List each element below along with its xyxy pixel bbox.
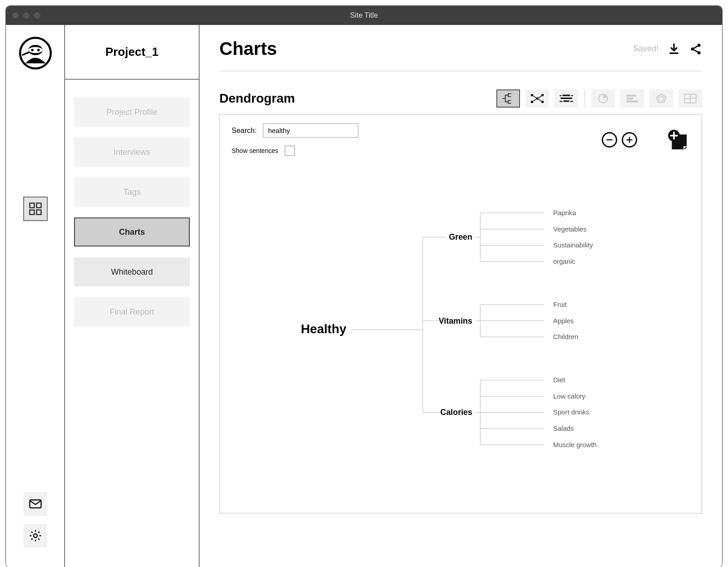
svg-line-16	[694, 46, 698, 48]
download-icon	[668, 43, 680, 55]
chart-controls: Search: Show sentences	[232, 123, 690, 156]
svg-point-3	[31, 49, 34, 51]
saved-status: Saved!	[633, 44, 659, 54]
plus-icon	[626, 136, 633, 143]
treemap-icon	[683, 93, 698, 104]
chart-type-selector	[496, 89, 702, 108]
chart-type-stream[interactable]	[555, 89, 578, 108]
nav-item-tags[interactable]: Tags	[74, 177, 190, 207]
left-rail	[6, 25, 65, 567]
svg-rect-29	[571, 95, 573, 96]
dendrogram-canvas[interactable]: HealthyGreenPaprikaVegetablesSustainabil…	[288, 192, 693, 504]
show-sentences-label: Show sentences	[232, 147, 278, 154]
nav-item-whiteboard[interactable]: Whiteboard	[74, 257, 190, 286]
svg-rect-9	[36, 210, 41, 215]
svg-line-17	[694, 49, 698, 52]
svg-text:Diet: Diet	[553, 376, 565, 384]
svg-text:organic: organic	[553, 258, 575, 265]
svg-point-2	[28, 47, 43, 54]
svg-rect-34	[626, 98, 633, 99]
app-window: Site Title	[5, 5, 723, 567]
divider	[584, 89, 585, 108]
titlebar: Site Title	[6, 6, 722, 25]
svg-text:Children: Children	[553, 333, 578, 340]
svg-rect-25	[563, 95, 570, 96]
share-button[interactable]	[689, 43, 702, 55]
zoom-out-button[interactable]	[602, 132, 617, 148]
svg-text:Sport drinks: Sport drinks	[553, 409, 589, 416]
search-input[interactable]	[263, 123, 358, 138]
zoom-group	[602, 132, 637, 148]
svg-rect-28	[560, 95, 561, 96]
svg-point-11	[34, 534, 37, 537]
svg-rect-30	[560, 101, 562, 102]
dashboard-grid-button[interactable]	[23, 197, 48, 221]
add-node-button[interactable]	[664, 127, 690, 153]
chart-type-radar[interactable]	[649, 89, 673, 108]
svg-marker-37	[659, 96, 664, 101]
window-title: Site Title	[6, 11, 722, 20]
chart-panel: Search: Show sentences	[219, 114, 702, 513]
bars-icon	[624, 93, 640, 104]
share-icon	[689, 43, 702, 55]
pie-icon	[595, 93, 611, 104]
chart-type-pie[interactable]	[591, 89, 615, 108]
section-header: Dendrogram	[219, 89, 702, 108]
chart-type-bars[interactable]	[620, 89, 644, 108]
main-content: Charts Saved!	[199, 25, 722, 567]
mail-button[interactable]	[24, 492, 47, 516]
search-row: Search:	[232, 123, 358, 138]
svg-rect-6	[30, 203, 34, 208]
svg-text:Green: Green	[449, 232, 472, 242]
svg-rect-27	[564, 100, 570, 102]
svg-text:Low calory: Low calory	[553, 393, 586, 400]
svg-point-13	[691, 47, 694, 50]
radar-icon	[654, 93, 669, 104]
svg-text:Fruit: Fruit	[553, 301, 567, 308]
svg-text:Healthy: Healthy	[301, 322, 347, 336]
svg-rect-26	[560, 98, 572, 99]
svg-text:Apples: Apples	[553, 317, 574, 325]
main-layout: Project_1 Project Profile Interviews Tag…	[6, 25, 722, 567]
svg-text:Vitamins: Vitamins	[439, 316, 472, 325]
window-controls	[12, 12, 40, 19]
window-min-dot[interactable]	[23, 12, 30, 19]
project-sidebar: Project_1 Project Profile Interviews Tag…	[65, 25, 199, 567]
svg-text:Vegetables: Vegetables	[553, 226, 586, 233]
header-actions: Saved!	[633, 43, 702, 55]
chart-type-dendrogram[interactable]	[496, 89, 520, 108]
nav-item-project-profile[interactable]: Project Profile	[74, 98, 190, 127]
window-close-dot[interactable]	[12, 12, 19, 19]
zoom-in-button[interactable]	[622, 132, 637, 148]
nav-list: Project Profile Interviews Tags Charts W…	[65, 79, 199, 345]
nav-item-final-report[interactable]: Final Report	[74, 297, 190, 326]
network-icon	[530, 93, 545, 104]
minus-icon	[606, 136, 613, 143]
download-button[interactable]	[668, 43, 680, 55]
show-sentences-row: Show sentences	[232, 146, 358, 156]
dendrogram-svg: HealthyGreenPaprikaVegetablesSustainabil…	[288, 192, 693, 504]
svg-rect-35	[626, 100, 638, 102]
svg-text:Sustainability: Sustainability	[553, 242, 593, 249]
svg-rect-33	[626, 95, 636, 97]
project-title: Project_1	[65, 25, 199, 79]
settings-button[interactable]	[24, 524, 47, 547]
nav-item-charts[interactable]: Charts	[74, 217, 190, 247]
svg-rect-8	[30, 210, 34, 215]
svg-text:Paprika: Paprika	[553, 209, 576, 217]
show-sentences-checkbox[interactable]	[285, 146, 295, 156]
svg-text:Calories: Calories	[441, 408, 472, 417]
stream-icon	[559, 93, 574, 104]
mail-icon	[29, 497, 42, 511]
nav-item-interviews[interactable]: Interviews	[74, 138, 190, 167]
svg-rect-7	[36, 203, 41, 208]
search-label: Search:	[232, 127, 257, 135]
svg-point-14	[698, 44, 701, 47]
svg-point-15	[698, 51, 701, 54]
avatar[interactable]	[19, 37, 52, 69]
chart-type-treemap[interactable]	[678, 89, 702, 108]
page-title: Charts	[219, 39, 277, 59]
window-max-dot[interactable]	[34, 12, 40, 19]
svg-point-4	[37, 49, 40, 51]
chart-type-network[interactable]	[525, 89, 549, 108]
